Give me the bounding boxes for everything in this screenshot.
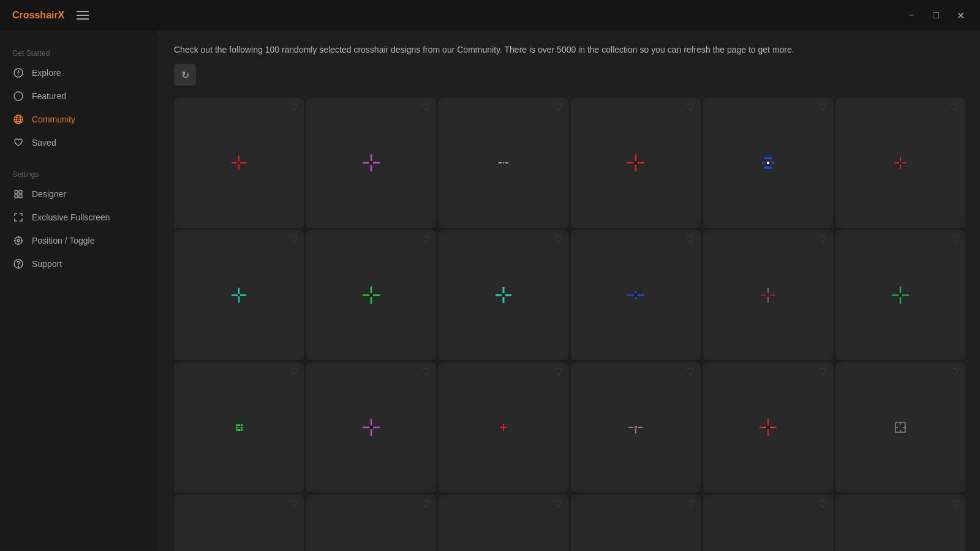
crosshair-display-7 xyxy=(221,277,257,313)
like-button-14[interactable]: ♡ xyxy=(421,367,430,377)
crosshair-display-1 xyxy=(221,144,257,181)
svg-rect-9 xyxy=(15,190,18,193)
like-button-5[interactable]: ♡ xyxy=(818,103,827,113)
svg-marker-1 xyxy=(17,70,20,73)
like-button-11[interactable]: ♡ xyxy=(818,235,827,245)
svg-rect-27 xyxy=(499,162,502,163)
sidebar-item-position-toggle[interactable]: Position / Toggle xyxy=(0,229,159,252)
svg-rect-32 xyxy=(634,161,638,165)
svg-rect-34 xyxy=(767,167,769,169)
crosshair-card-5[interactable]: ♡ xyxy=(703,98,833,228)
sidebar-item-featured[interactable]: Featured xyxy=(0,84,159,108)
svg-rect-69 xyxy=(241,427,243,429)
refresh-button[interactable]: ↻ xyxy=(174,64,196,86)
featured-label: Featured xyxy=(32,91,66,101)
sidebar-item-designer[interactable]: Designer xyxy=(0,182,159,206)
like-button-10[interactable]: ♡ xyxy=(686,235,695,245)
target-icon xyxy=(12,234,24,247)
svg-rect-10 xyxy=(19,190,22,193)
crosshair-card-15[interactable]: ♡ xyxy=(439,362,568,492)
crosshair-card-9[interactable]: ♡ xyxy=(439,230,568,360)
svg-rect-37 xyxy=(767,162,769,164)
like-button-1[interactable]: ♡ xyxy=(289,103,298,113)
like-button-13[interactable]: ♡ xyxy=(289,367,298,377)
crosshair-card-4[interactable]: ♡ xyxy=(571,98,701,228)
crosshair-card-22[interactable]: ♡ xyxy=(571,495,701,551)
crosshair-card-16[interactable]: ♡ xyxy=(571,362,701,492)
like-button-12[interactable]: ♡ xyxy=(951,235,959,245)
svg-rect-39 xyxy=(769,157,772,159)
svg-rect-50 xyxy=(369,293,373,297)
svg-rect-84 xyxy=(766,425,770,429)
crosshair-card-3[interactable]: ♡ xyxy=(439,98,568,228)
svg-rect-36 xyxy=(772,162,774,164)
crosshair-card-21[interactable]: ♡ xyxy=(439,495,568,551)
crosshair-card-2[interactable]: ♡ xyxy=(306,98,436,228)
like-button-4[interactable]: ♡ xyxy=(686,103,695,113)
app-title-accent: X xyxy=(58,10,65,20)
like-button-20[interactable]: ♡ xyxy=(421,500,430,509)
like-button-19[interactable]: ♡ xyxy=(289,500,298,509)
svg-rect-65 xyxy=(236,424,238,426)
crosshair-card-1[interactable]: ♡ xyxy=(174,98,304,228)
sidebar-item-exclusive-fullscreen[interactable]: Exclusive Fullscreen xyxy=(0,206,159,229)
like-button-21[interactable]: ♡ xyxy=(554,500,562,509)
sidebar-item-support[interactable]: Support xyxy=(0,252,159,276)
position-toggle-label: Position / Toggle xyxy=(32,236,94,246)
crosshair-card-19[interactable]: ♡ xyxy=(174,495,304,551)
like-button-18[interactable]: ♡ xyxy=(951,367,959,377)
crosshair-display-4 xyxy=(617,144,654,181)
like-button-2[interactable]: ♡ xyxy=(421,103,430,113)
like-button-15[interactable]: ♡ xyxy=(554,367,562,377)
like-button-9[interactable]: ♡ xyxy=(554,235,562,245)
crosshair-card-14[interactable]: ♡ xyxy=(306,362,436,492)
titlebar: CrosshairX − □ ✕ xyxy=(0,0,980,31)
crosshair-card-17[interactable]: ♡ xyxy=(703,362,833,492)
sidebar-item-explore[interactable]: Explore xyxy=(0,61,159,84)
like-button-23[interactable]: ♡ xyxy=(818,500,827,509)
like-button-17[interactable]: ♡ xyxy=(818,367,827,377)
svg-rect-41 xyxy=(769,167,772,169)
svg-rect-47 xyxy=(238,294,240,296)
crosshair-display-3 xyxy=(485,144,522,181)
titlebar-controls: − □ ✕ xyxy=(904,8,968,23)
crosshair-card-7[interactable]: ♡ xyxy=(174,230,304,360)
hamburger-menu[interactable] xyxy=(77,11,89,20)
minimize-button[interactable]: − xyxy=(904,8,919,23)
like-button-22[interactable]: ♡ xyxy=(686,500,695,509)
globe-icon xyxy=(12,113,24,126)
like-button-16[interactable]: ♡ xyxy=(686,367,695,377)
like-button-3[interactable]: ♡ xyxy=(554,103,562,113)
maximize-button[interactable]: □ xyxy=(929,8,943,23)
sidebar-item-community[interactable]: Community xyxy=(0,108,159,131)
crosshair-card-20[interactable]: ♡ xyxy=(306,495,436,551)
crosshair-display-9 xyxy=(485,277,522,313)
svg-rect-72 xyxy=(241,429,243,431)
crosshair-card-24[interactable]: ♡ xyxy=(835,495,965,551)
crosshair-card-8[interactable]: ♡ xyxy=(306,230,436,360)
crosshair-card-18[interactable]: ♡ xyxy=(835,362,965,492)
like-button-7[interactable]: ♡ xyxy=(289,235,298,245)
like-button-24[interactable]: ♡ xyxy=(951,500,959,509)
titlebar-left: CrosshairX xyxy=(12,10,89,21)
like-button-8[interactable]: ♡ xyxy=(421,235,430,245)
crosshair-display-2 xyxy=(353,144,390,181)
svg-rect-35 xyxy=(762,162,764,164)
svg-rect-71 xyxy=(238,429,240,431)
crosshair-card-13[interactable]: ♡ xyxy=(174,362,304,492)
crosshair-card-12[interactable]: ♡ xyxy=(835,230,965,360)
fullscreen-icon xyxy=(12,211,24,223)
crosshair-card-23[interactable]: ♡ xyxy=(703,495,833,551)
saved-label: Saved xyxy=(32,138,56,148)
svg-marker-2 xyxy=(17,73,20,76)
designer-label: Designer xyxy=(32,189,66,199)
crosshair-card-6[interactable]: ♡ xyxy=(835,98,965,228)
svg-rect-11 xyxy=(15,195,18,198)
exclusive-fullscreen-label: Exclusive Fullscreen xyxy=(32,212,110,222)
like-button-6[interactable]: ♡ xyxy=(951,103,959,113)
crosshair-card-10[interactable]: ♡ xyxy=(571,230,701,360)
sidebar-item-saved[interactable]: Saved xyxy=(0,131,159,154)
svg-rect-12 xyxy=(19,195,22,198)
close-button[interactable]: ✕ xyxy=(953,8,968,23)
crosshair-card-11[interactable]: ♡ xyxy=(703,230,833,360)
